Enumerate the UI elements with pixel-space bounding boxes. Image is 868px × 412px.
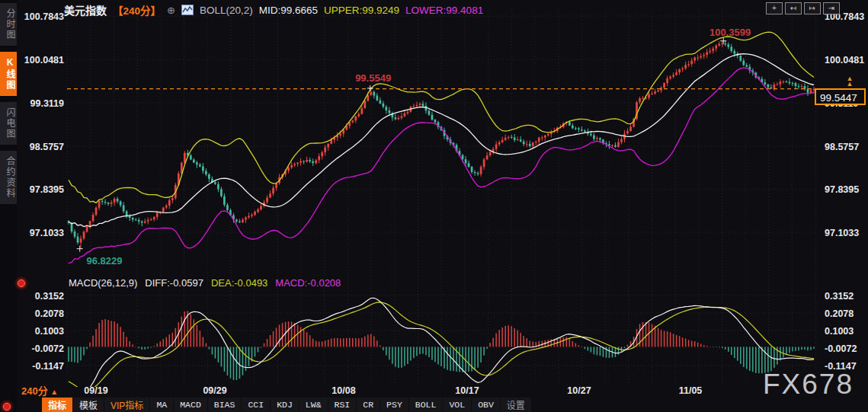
chevron-up-icon: ▲ (50, 388, 58, 396)
price-annotation: 99.5549 (355, 72, 391, 84)
x-axis-label: 10/08 (332, 385, 355, 396)
y-axis-label-left: 100.0481 (24, 55, 64, 65)
macd-macd-value: MACD:-0.0208 (275, 277, 341, 289)
macd-title: MACD(26,12,9) (69, 277, 137, 289)
chart-type-icon[interactable] (181, 5, 194, 15)
boll-upper-value: UPPER:99.9249 (324, 5, 399, 16)
x-axis-label: 10/27 (567, 385, 591, 396)
period-label: 【240分】 (113, 2, 161, 18)
sidebar: 分时图K线图闪电图合约资料 (0, 0, 17, 412)
toolbar-tab-0[interactable]: 指标 (42, 398, 72, 412)
scale-right-icon[interactable]: ↦ (804, 2, 821, 14)
y-axis-label-left: 99.3119 (30, 98, 65, 109)
toolbar-tab-2[interactable]: VIP指标 (104, 398, 149, 412)
period-selector-label: 240分 (21, 385, 48, 397)
trading-app: 100.7843100.7843100.0481100.048199.31199… (0, 0, 868, 412)
price-annotation: 96.8229 (87, 255, 123, 267)
crosshair-icon[interactable]: + (766, 2, 783, 14)
sidebar-item-3[interactable]: 合约资料 (0, 151, 17, 204)
y-axis-label-right: 100.0481 (825, 55, 864, 65)
alert-icon[interactable] (18, 279, 25, 287)
y-axis-label-left: 97.8395 (30, 184, 64, 195)
y-axis-label-right: 97.1033 (825, 228, 859, 238)
x-axis-label: 10/17 (455, 385, 479, 396)
toolbar-tab-13[interactable]: VOL (443, 398, 471, 412)
toolbar-tab-8[interactable]: LW& (299, 398, 328, 412)
macd-axis-label-right: 0.3152 (825, 291, 854, 302)
y-axis-label-right: 98.5757 (825, 142, 859, 152)
y-axis-label-left: 97.1033 (30, 228, 64, 238)
scale-left-icon[interactable]: ↤ (785, 2, 802, 14)
toolbar-tab-3[interactable]: MA (150, 398, 173, 412)
macd-axis-label-right: -0.0072 (825, 343, 857, 354)
price-annotation: 100.3599 (709, 27, 751, 38)
toolbar-tab-10[interactable]: CR (357, 398, 380, 412)
pan-end-icon[interactable]: ⇥ (823, 2, 840, 14)
alert-icon-bottom[interactable] (3, 403, 11, 410)
y-axis-label-left: 98.5757 (30, 142, 64, 152)
toolbar-tab-14[interactable]: OBV (472, 398, 500, 412)
grid (67, 8, 815, 383)
bollinger-layer (69, 32, 814, 263)
toolbar-tab-7[interactable]: KDJ (271, 398, 299, 412)
x-axis-label: 11/05 (679, 385, 703, 396)
macd-axis-label-left: -0.0072 (32, 343, 64, 354)
boll-mid-value: MID:99.6665 (259, 5, 318, 16)
chart-canvas[interactable]: 100.7843100.7843100.0481100.048199.31199… (0, 0, 868, 412)
toolbar-tab-4[interactable]: MACD (174, 398, 207, 412)
sidebar-item-2[interactable]: 闪电图 (0, 102, 17, 145)
price-alert-icon[interactable]: ▲▲ (844, 76, 855, 88)
toolbar-tab-9[interactable]: RSI (328, 398, 357, 412)
toolbar-tab-5[interactable]: BIAS (208, 398, 242, 412)
macd-axis-label-right: 0.2078 (825, 308, 854, 319)
toolbar-tab-12[interactable]: BOLL (409, 398, 443, 412)
toolbar-tab-6[interactable]: CCI (242, 398, 270, 412)
macd-axis-label-left: 0.2078 (35, 308, 64, 319)
macd-axis-label-left: -0.1147 (32, 361, 64, 372)
x-axis-label: 09/29 (203, 385, 226, 396)
macd-header: MACD(26,12,9) DIFF:-0.0597 DEA:-0.0493 M… (69, 277, 341, 289)
toolbar-tab-15[interactable]: 设置 (501, 398, 531, 412)
toolbar-tab-1[interactable]: 模板 (73, 398, 104, 412)
x-axis-label: 09/19 (84, 385, 107, 396)
chart-header: 美元指数 【240分】 ⊕ BOLL(20,2) MID:99.6665 UPP… (64, 2, 483, 18)
y-axis-label-right: 97.8395 (825, 184, 859, 195)
chart-tools: +↤↦⇥ (766, 2, 840, 14)
macd-axis-label-right: 0.1003 (825, 326, 854, 337)
sidebar-item-0[interactable]: 分时图 (0, 3, 17, 46)
macd-diff-value: DIFF:-0.0597 (145, 277, 203, 289)
indicator-name: BOLL(20,2) (200, 5, 253, 16)
add-indicator-icon[interactable]: ⊕ (167, 5, 175, 16)
current-price-tag: 99.5447 (815, 88, 866, 105)
y-axis-label-left: 100.7843 (24, 11, 64, 22)
boll-lower-value: LOWER:99.4081 (405, 5, 483, 16)
macd-axis-label-left: 0.1003 (35, 326, 64, 337)
macd-dea-value: DEA:-0.0493 (211, 277, 267, 289)
watermark: FX678 (763, 369, 854, 401)
toolbar-tab-11[interactable]: PSY (380, 398, 408, 412)
macd-axis-label-left: 0.3152 (35, 291, 64, 302)
symbol-name: 美元指数 (64, 2, 107, 18)
period-selector[interactable]: 240分 ▲ (21, 383, 58, 398)
indicator-toolbar: 指标模板VIP指标MAMACDBIASCCIKDJLW&RSICRPSYBOLL… (42, 398, 532, 412)
sidebar-item-1[interactable]: K线图 (0, 52, 17, 96)
